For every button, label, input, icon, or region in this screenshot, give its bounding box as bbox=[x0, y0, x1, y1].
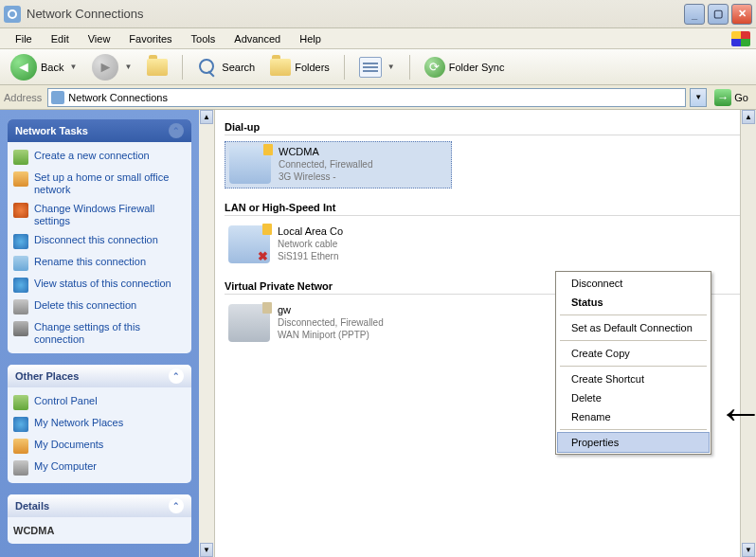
task-delete[interactable]: Delete this connection bbox=[13, 299, 186, 314]
scroll-down-icon[interactable]: ▼ bbox=[200, 543, 213, 557]
menu-advanced[interactable]: Advanced bbox=[225, 31, 290, 46]
task-icon bbox=[13, 171, 28, 187]
scroll-up-icon[interactable]: ▲ bbox=[742, 110, 755, 124]
window-title: Network Connections bbox=[27, 7, 684, 21]
go-button[interactable]: → Go bbox=[711, 88, 752, 107]
connection-lan[interactable]: Local Area Co Network cable SiS191 Ether… bbox=[225, 222, 452, 267]
address-field[interactable]: Network Connections bbox=[47, 88, 686, 107]
other-places-title: Other Places bbox=[15, 370, 79, 382]
connection-icon bbox=[228, 304, 270, 342]
ctx-rename[interactable]: Rename bbox=[558, 407, 709, 426]
maximize-button[interactable]: ▢ bbox=[708, 4, 729, 25]
views-icon bbox=[359, 57, 382, 78]
forward-button[interactable]: ► ▼ bbox=[87, 51, 136, 83]
scroll-down-icon[interactable]: ▼ bbox=[742, 543, 755, 557]
back-dropdown-icon[interactable]: ▼ bbox=[69, 63, 77, 71]
search-button[interactable]: Search bbox=[192, 54, 260, 81]
task-panel: Network Tasks ⌃ Create a new connection … bbox=[0, 110, 199, 557]
collapse-icon[interactable]: ⌃ bbox=[169, 498, 184, 513]
ctx-create-copy[interactable]: Create Copy bbox=[558, 344, 709, 363]
menu-file[interactable]: File bbox=[6, 31, 42, 46]
details-body: WCDMA bbox=[8, 517, 191, 544]
task-create-connection[interactable]: Create a new connection bbox=[13, 150, 186, 165]
place-icon bbox=[13, 417, 28, 432]
back-button[interactable]: ◄ Back ▼ bbox=[6, 51, 81, 83]
ctx-disconnect[interactable]: Disconnect bbox=[558, 274, 709, 293]
views-dropdown-icon[interactable]: ▼ bbox=[387, 63, 395, 71]
network-tasks-title: Network Tasks bbox=[15, 125, 88, 136]
folder-sync-icon bbox=[424, 57, 445, 78]
details-header[interactable]: Details ⌃ bbox=[8, 494, 191, 517]
place-label: My Computer bbox=[34, 460, 97, 473]
connection-name: gw bbox=[278, 304, 384, 316]
details-title: Details bbox=[15, 500, 49, 512]
menu-favorites[interactable]: Favorites bbox=[119, 31, 181, 46]
connection-wcdma[interactable]: WCDMA Connected, Firewalled 3G Wireless … bbox=[225, 141, 452, 189]
search-icon bbox=[197, 57, 218, 78]
minimize-button[interactable]: _ bbox=[684, 4, 705, 25]
up-folder-icon bbox=[147, 59, 168, 76]
network-tasks-header[interactable]: Network Tasks ⌃ bbox=[8, 119, 191, 142]
folder-sync-label: Folder Sync bbox=[449, 62, 505, 73]
task-icon bbox=[13, 203, 28, 218]
task-disconnect[interactable]: Disconnect this connection bbox=[13, 234, 186, 249]
connection-text: Local Area Co Network cable SiS191 Ether… bbox=[278, 225, 343, 263]
address-dropdown-button[interactable]: ▼ bbox=[690, 88, 707, 107]
task-label: Rename this connection bbox=[34, 256, 146, 268]
forward-arrow-icon: ► bbox=[92, 54, 118, 81]
details-panel: Details ⌃ WCDMA bbox=[8, 494, 191, 544]
task-icon bbox=[13, 321, 28, 336]
toolbar-separator bbox=[344, 55, 345, 80]
task-label: View status of this connection bbox=[34, 278, 171, 290]
scroll-up-icon[interactable]: ▲ bbox=[200, 110, 213, 124]
link-my-documents[interactable]: My Documents bbox=[13, 439, 186, 454]
connection-gw[interactable]: gw Disconnected, Firewalled WAN Miniport… bbox=[225, 300, 452, 346]
ctx-properties[interactable]: Properties bbox=[558, 433, 709, 452]
connection-text: gw Disconnected, Firewalled WAN Miniport… bbox=[278, 304, 384, 342]
other-places-panel: Other Places ⌃ Control Panel My Network … bbox=[8, 365, 191, 483]
up-button[interactable] bbox=[142, 56, 172, 79]
task-icon bbox=[13, 256, 28, 271]
connection-status: Disconnected, Firewalled bbox=[278, 316, 384, 329]
ctx-delete[interactable]: Delete bbox=[558, 388, 709, 407]
task-firewall[interactable]: Change Windows Firewall settings bbox=[13, 203, 186, 227]
menu-help[interactable]: Help bbox=[290, 31, 331, 46]
connection-status: Connected, Firewalled bbox=[279, 158, 373, 171]
address-icon bbox=[51, 91, 64, 104]
link-my-computer[interactable]: My Computer bbox=[13, 460, 186, 476]
other-places-header[interactable]: Other Places ⌃ bbox=[8, 365, 191, 387]
ctx-create-shortcut[interactable]: Create Shortcut bbox=[558, 369, 709, 388]
connection-icon bbox=[228, 225, 270, 263]
folders-button[interactable]: Folders bbox=[265, 56, 334, 79]
toolbar: ◄ Back ▼ ► ▼ Search Folders ▼ Folder Syn… bbox=[0, 49, 756, 85]
ctx-separator bbox=[560, 340, 707, 341]
folder-sync-button[interactable]: Folder Sync bbox=[420, 54, 510, 81]
menu-tools[interactable]: Tools bbox=[182, 31, 225, 46]
close-button[interactable]: ✕ bbox=[731, 4, 752, 25]
right-scrollbar[interactable]: ▲ ▼ bbox=[740, 110, 756, 557]
back-arrow-icon: ◄ bbox=[10, 54, 37, 81]
task-label: Set up a home or small office network bbox=[34, 171, 186, 196]
collapse-icon[interactable]: ⌃ bbox=[169, 123, 184, 138]
connection-status: Network cable bbox=[278, 238, 343, 250]
menu-bar: File Edit View Favorites Tools Advanced … bbox=[0, 28, 756, 49]
task-change-settings[interactable]: Change settings of this connection bbox=[13, 321, 186, 346]
ctx-set-default[interactable]: Set as Default Connection bbox=[558, 318, 709, 337]
task-label: Change settings of this connection bbox=[34, 321, 186, 346]
task-setup-network[interactable]: Set up a home or small office network bbox=[13, 171, 186, 196]
link-control-panel[interactable]: Control Panel bbox=[13, 395, 186, 410]
link-network-places[interactable]: My Network Places bbox=[13, 417, 186, 432]
other-places-body: Control Panel My Network Places My Docum… bbox=[8, 387, 191, 483]
app-icon bbox=[4, 6, 21, 23]
back-label: Back bbox=[41, 62, 63, 73]
forward-dropdown-icon[interactable]: ▼ bbox=[124, 63, 132, 71]
collapse-icon[interactable]: ⌃ bbox=[169, 368, 184, 384]
left-scrollbar[interactable]: ▲ ▼ bbox=[199, 110, 215, 557]
ctx-separator bbox=[560, 366, 707, 367]
menu-edit[interactable]: Edit bbox=[42, 31, 79, 46]
task-view-status[interactable]: View status of this connection bbox=[13, 278, 186, 293]
views-button[interactable]: ▼ bbox=[354, 54, 400, 81]
menu-view[interactable]: View bbox=[79, 31, 120, 46]
task-rename[interactable]: Rename this connection bbox=[13, 256, 186, 271]
ctx-status[interactable]: Status bbox=[558, 293, 709, 312]
